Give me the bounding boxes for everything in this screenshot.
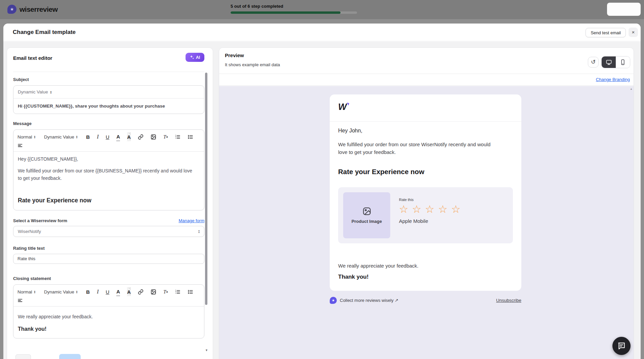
- unsubscribe-link[interactable]: Unsubscribe: [496, 298, 521, 303]
- message-content[interactable]: Hey {{CUSTOMER_NAME}}, We fulfilled your…: [13, 152, 204, 210]
- bullet-list-icon[interactable]: [188, 287, 193, 296]
- rate-this-label: Rate this: [399, 198, 460, 202]
- email-footer: ★ Collect more reviews wisely ↗ Unsubscr…: [330, 297, 521, 304]
- style-select-label: Normal: [17, 134, 32, 139]
- email-preview-area: ▲ W Hey John, We fulfilled your order fr…: [219, 86, 634, 359]
- link-icon[interactable]: [138, 132, 144, 141]
- dynamic-value-select[interactable]: Dynamic Value ▴▾: [44, 134, 77, 139]
- subject-dynamic-value-select[interactable]: Dynamic Value ▴▾: [13, 86, 204, 98]
- link-icon[interactable]: [138, 287, 144, 296]
- dynamic-value-label: Dynamic Value: [44, 289, 74, 294]
- star-icon[interactable]: ☆: [451, 204, 460, 214]
- modal-header: Change Email template Send test email ×: [3, 24, 641, 41]
- message-label: Message: [13, 121, 204, 126]
- preview-title: Preview: [225, 52, 244, 58]
- ai-button[interactable]: AI: [186, 53, 204, 62]
- highlight-color-icon[interactable]: A: [127, 132, 131, 141]
- wiserreview-badge-icon: ★: [330, 297, 337, 304]
- ai-button-label: AI: [196, 55, 200, 60]
- footer-promo-link[interactable]: Collect more reviews wisely ↗: [340, 298, 398, 303]
- message-heading: Rate your Experience now: [18, 197, 200, 204]
- style-select-label: Normal: [17, 289, 32, 294]
- mobile-view-button[interactable]: [616, 56, 630, 68]
- underline-icon[interactable]: U: [106, 287, 110, 296]
- undo-icon[interactable]: ↺: [588, 57, 599, 68]
- editor-title: Email text editor: [13, 55, 52, 61]
- wiserreview-form-select[interactable]: WiserNotify ▴▾: [13, 226, 204, 237]
- support-chat-button[interactable]: [612, 337, 631, 355]
- italic-icon[interactable]: I: [97, 287, 98, 296]
- highlight-color-icon[interactable]: A: [127, 287, 131, 296]
- bold-icon[interactable]: B: [86, 287, 90, 296]
- product-name: Apple Mobile: [399, 218, 460, 224]
- store-logo: W: [338, 102, 346, 112]
- email-text-editor-panel: Email text editor AI Subject Dynamic: [7, 47, 213, 359]
- image-icon[interactable]: [151, 132, 156, 141]
- star-icon[interactable]: ☆: [412, 204, 421, 214]
- subject-field-group: Dynamic Value ▴▾ Hi {{CUSTOMER_NAME}}, s…: [13, 85, 204, 114]
- ordered-list-icon[interactable]: [175, 132, 180, 141]
- manage-form-link[interactable]: Manage form: [178, 218, 204, 223]
- updown-icon: ▴▾: [76, 135, 78, 138]
- ordered-list-icon[interactable]: [175, 287, 180, 296]
- italic-icon[interactable]: I: [97, 132, 98, 141]
- message-editor: Normal ▴▾ Dynamic Value ▴▾ B I U: [13, 129, 204, 210]
- topbar: ★ wiserreview 5 out of 6 step completed: [0, 0, 644, 19]
- product-image-placeholder: Product Image: [343, 192, 390, 238]
- align-left-icon[interactable]: [17, 141, 23, 150]
- desktop-view-button[interactable]: [602, 56, 616, 68]
- device-toggle: [601, 56, 630, 68]
- star-icon[interactable]: ☆: [438, 204, 447, 214]
- star-icon[interactable]: ☆: [399, 204, 408, 214]
- preview-panel: Preview It shows example email data ↺ Ch…: [219, 47, 634, 359]
- send-test-email-button[interactable]: Send test email: [586, 28, 626, 37]
- dynamic-value-select[interactable]: Dynamic Value ▴▾: [44, 289, 77, 294]
- progress-fill: [231, 11, 340, 14]
- chat-icon: [617, 342, 626, 350]
- email-preview-card: W Hey John, We fulfilled your order from…: [330, 94, 521, 291]
- closing-toolbar: Normal ▴▾ Dynamic Value ▴▾ B I U: [13, 285, 204, 307]
- style-select[interactable]: Normal ▴▾: [17, 134, 35, 139]
- brand-logo-icon: ★: [7, 5, 16, 14]
- modal-title: Change Email template: [13, 29, 76, 36]
- desktop-icon: [606, 59, 612, 66]
- text-color-icon[interactable]: A: [116, 287, 120, 296]
- cutoff-field: [15, 354, 31, 359]
- cutoff-highlighted-field: [59, 354, 81, 359]
- closing-line: We really appreciate your feedback.: [18, 314, 200, 319]
- scroll-up-icon[interactable]: ▲: [630, 87, 633, 90]
- divider: [330, 121, 521, 122]
- dynamic-value-label: Dynamic Value: [18, 89, 48, 94]
- rating-title-input[interactable]: Rate this: [13, 254, 204, 264]
- progress-track: [231, 11, 357, 14]
- change-branding-link[interactable]: Change Branding: [596, 77, 630, 82]
- mobile-icon: [620, 59, 626, 65]
- image-icon[interactable]: [151, 287, 156, 296]
- scroll-down-icon[interactable]: ▼: [205, 349, 208, 352]
- underline-icon[interactable]: U: [106, 132, 110, 141]
- onboarding-progress: 5 out of 6 step completed: [231, 4, 358, 14]
- email-thank-you: Thank you!: [338, 274, 369, 280]
- editor-header: Email text editor AI: [13, 48, 204, 72]
- message-line: Hey {{CUSTOMER_NAME}},: [18, 156, 200, 162]
- subject-input[interactable]: Hi {{CUSTOMER_NAME}}, share your thought…: [13, 98, 204, 114]
- branding-strip: Change Branding: [219, 74, 634, 86]
- topbar-action-button[interactable]: [607, 3, 641, 16]
- editor-scrollbar[interactable]: [205, 73, 207, 305]
- bold-icon[interactable]: B: [86, 132, 90, 141]
- clear-formatting-icon[interactable]: Tx: [163, 287, 168, 296]
- clear-formatting-icon[interactable]: Tx: [163, 132, 168, 141]
- rating-title-label: Rating title text: [13, 246, 204, 251]
- updown-icon: ▴▾: [76, 290, 78, 293]
- closing-content[interactable]: We really appreciate your feedback. Than…: [13, 307, 204, 338]
- bullet-list-icon[interactable]: [188, 132, 193, 141]
- star-icon[interactable]: ☆: [425, 204, 435, 214]
- updown-icon: ▴▾: [34, 290, 36, 293]
- email-heading: Rate your Experience now: [338, 168, 424, 176]
- close-icon[interactable]: ×: [629, 28, 638, 37]
- text-color-icon[interactable]: A: [116, 132, 120, 141]
- closing-statement-label: Closing statement: [13, 276, 204, 281]
- email-greeting: Hey John,: [338, 128, 362, 134]
- style-select[interactable]: Normal ▴▾: [17, 289, 35, 294]
- align-left-icon[interactable]: [17, 296, 23, 305]
